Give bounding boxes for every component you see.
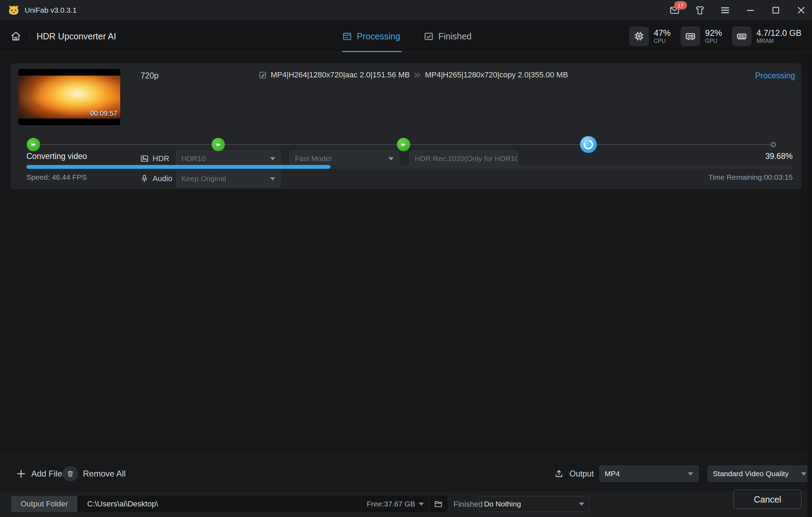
tab-finished-label: Finished	[438, 31, 472, 42]
memory-stat: 4.7/12.0 GB MRAM	[732, 26, 801, 46]
source-file-info: MP4|H264|1280x720|aac 2.0|151.56 MB	[271, 70, 410, 79]
finished-action-label: Finished	[453, 492, 483, 517]
video-quality-value: Standard Video Quality	[713, 470, 789, 478]
output-path-value: C:\Users\ai\Desktop\	[87, 499, 367, 509]
memory-stat-box	[732, 26, 752, 46]
finished-action-value: Do Nothing	[484, 500, 521, 508]
hdr-label: HDR	[153, 154, 169, 163]
gpu-value: 92%	[705, 28, 722, 38]
add-files-button[interactable]: Add Files	[16, 455, 66, 492]
scrollbar[interactable]	[807, 52, 812, 517]
pipeline-stepper	[33, 136, 773, 153]
folder-icon	[434, 499, 443, 509]
cpu-value: 47%	[654, 28, 671, 38]
finished-action-select[interactable]: Do Nothing	[479, 496, 589, 512]
menu-button[interactable]	[719, 4, 731, 16]
stage-node-done-2	[212, 138, 225, 151]
stage-node-active	[580, 136, 597, 153]
processing-tab-icon	[342, 31, 352, 42]
task-card: 00:09:57 720p MP4|H264|1280x720|aac 2.0|…	[11, 63, 801, 189]
double-chevron-right-icon	[413, 71, 421, 79]
video-quality-select[interactable]: Standard Video Quality	[708, 466, 812, 482]
theme-skin-button[interactable]	[694, 4, 706, 16]
audio-select[interactable]: Keep Original	[176, 171, 281, 187]
edit-icon[interactable]	[258, 71, 267, 79]
progress-bar	[26, 165, 793, 169]
stage-node-final	[771, 142, 776, 147]
free-space-dropdown[interactable]: Free:37.67 GB	[367, 500, 424, 508]
unifab-cat-logo	[8, 4, 20, 16]
remove-all-button[interactable]: Remove All	[63, 455, 125, 492]
target-file-info: MP4|H265|1280x720|copy 2.0|355.00 MB	[425, 70, 568, 79]
tab-processing[interactable]: Processing	[342, 20, 402, 52]
system-stats: 47% CPU 92% GPU	[629, 20, 801, 52]
progress-stage-label: Converting video	[26, 152, 87, 161]
gpu-stat-box	[681, 26, 700, 46]
free-space-value: Free:37.67 GB	[367, 500, 415, 508]
fast-forward-icon	[400, 141, 407, 148]
cpu-stat-box	[629, 26, 649, 46]
ram-icon	[736, 31, 747, 42]
mail-badge: 17	[674, 1, 687, 9]
browse-folder-button[interactable]	[429, 496, 447, 512]
video-thumbnail[interactable]: 00:09:57	[18, 69, 120, 125]
tab-finished[interactable]: Finished	[424, 20, 476, 52]
cpu-label: CPU	[654, 38, 671, 44]
bottom-action-bar: Add Files Remove All Output MP4 Standard…	[0, 455, 812, 492]
audio-value: Keep Original	[181, 174, 226, 183]
minimize-button[interactable]	[745, 4, 756, 16]
hdr-image-icon	[140, 154, 149, 163]
close-icon	[796, 5, 806, 15]
output-label: Output	[569, 469, 594, 479]
home-icon	[10, 30, 22, 42]
microphone-icon	[140, 174, 149, 183]
cpu-chip-icon	[633, 31, 645, 42]
header-divider	[30, 29, 30, 44]
file-info-row: MP4|H264|1280x720|aac 2.0|151.56 MB MP4|…	[258, 70, 568, 79]
remove-all-label: Remove All	[83, 469, 125, 479]
add-files-label: Add Files	[31, 469, 66, 479]
fast-forward-icon	[215, 141, 222, 148]
gpu-card-icon	[685, 31, 696, 42]
home-button[interactable]	[10, 30, 22, 42]
chevron-down-icon	[688, 472, 693, 475]
close-button[interactable]	[795, 4, 807, 16]
output-folder-label: Output Folder	[21, 499, 68, 509]
memory-value: 4.7/12.0 GB	[756, 28, 801, 38]
header: HDR Upconverter AI Processing Finished 4…	[0, 20, 812, 52]
output-folder-button[interactable]: Output Folder	[11, 496, 77, 512]
video-duration: 00:09:57	[90, 109, 117, 117]
chevron-down-icon	[270, 157, 275, 160]
progress-percent: 39.68%	[765, 152, 793, 161]
time-remaining: Time Remaining:00:03:15	[708, 173, 793, 181]
finished-tab-icon	[424, 31, 434, 42]
upload-icon	[554, 469, 564, 479]
maximize-button[interactable]	[770, 4, 782, 16]
mail-button[interactable]: 17	[669, 4, 681, 16]
hdr-colorspace-value: HDR Rec.2020(Only for HDR10)	[415, 154, 518, 163]
task-status: Processing	[755, 71, 795, 81]
cancel-button[interactable]: Cancel	[734, 490, 801, 509]
stage-node-done-3	[397, 138, 410, 151]
minimize-icon	[745, 5, 756, 15]
chevron-down-icon	[419, 503, 424, 506]
output-format-select[interactable]: MP4	[599, 466, 698, 482]
output-path-field[interactable]: C:\Users\ai\Desktop\ Free:37.67 GB	[77, 496, 447, 512]
conversion-speed: Speed: 46.44 FPS	[26, 173, 87, 181]
hamburger-menu-icon	[720, 5, 730, 15]
tab-processing-label: Processing	[357, 31, 400, 42]
plus-icon	[16, 468, 26, 479]
chevron-down-icon	[388, 157, 394, 160]
memory-label: MRAM	[756, 38, 801, 44]
progress-fill	[26, 165, 330, 169]
maximize-icon	[771, 5, 781, 15]
gpu-label: GPU	[705, 38, 722, 44]
trash-icon	[66, 470, 75, 478]
chevron-down-icon	[270, 177, 275, 180]
output-format-value: MP4	[605, 470, 620, 478]
chevron-down-icon	[801, 472, 806, 475]
stage-node-done-1	[27, 138, 40, 151]
resolution-label: 720p	[141, 71, 159, 81]
app-title: UniFab v3.0.3.1	[25, 6, 77, 14]
page-title: HDR Upconverter AI	[37, 20, 116, 52]
